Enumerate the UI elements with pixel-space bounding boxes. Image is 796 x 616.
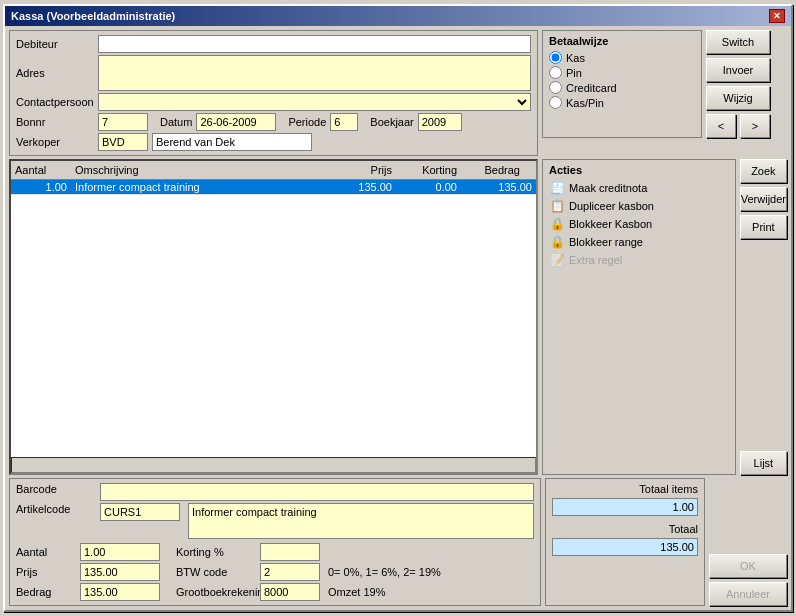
acties-creditnota[interactable]: 🧾 Maak creditnota [549, 180, 729, 196]
totaal-items-input[interactable] [552, 498, 698, 516]
debiteur-label: Debiteur [16, 38, 94, 50]
close-button[interactable]: ✕ [769, 9, 785, 23]
th-prijs: Prijs [326, 163, 396, 177]
bonnr-input[interactable] [98, 113, 148, 131]
radio-pin[interactable] [549, 66, 562, 79]
grootboek-label: Grootboekrekening [176, 586, 256, 598]
korting-field-row: Korting % [176, 543, 441, 561]
korting-field[interactable] [260, 543, 320, 561]
left-fields: Aantal Prijs Bedrag [16, 543, 160, 601]
radio-kas[interactable] [549, 51, 562, 64]
artikelcode-label: Artikelcode [16, 503, 96, 515]
aantal-field[interactable] [80, 543, 160, 561]
middle-right-buttons: Zoek Verwijder Print Lijst [740, 159, 787, 475]
debiteur-row: Debiteur [16, 35, 531, 53]
label-kaspin: Kas/Pin [566, 97, 604, 109]
middle-section: Aantal Omschrijving Prijs Korting Bedrag… [9, 159, 787, 475]
adres-row: Adres [16, 55, 531, 91]
bottom-section: Barcode Artikelcode Informer compact tra… [9, 478, 787, 606]
datum-input[interactable] [196, 113, 276, 131]
annuleer-button: Annuleer [709, 582, 787, 606]
totaal-panel: Totaal items Totaal [545, 478, 705, 606]
lijst-button[interactable]: Lijst [740, 451, 787, 475]
barcode-panel: Barcode Artikelcode Informer compact tra… [9, 478, 541, 606]
acties-blokkeer-range-label: Blokkeer range [569, 236, 643, 248]
periode-input[interactable] [330, 113, 358, 131]
btw-field[interactable] [260, 563, 320, 581]
adres-input[interactable] [98, 55, 531, 91]
payment-kas[interactable]: Kas [549, 51, 695, 64]
bonnr-label: Bonnr [16, 116, 94, 128]
verwijder-button[interactable]: Verwijder [740, 187, 787, 211]
horizontal-scrollbar[interactable] [11, 457, 536, 473]
totaal-label: Totaal [552, 523, 698, 535]
verkoper-name-input[interactable] [152, 133, 312, 151]
totaal-items-label: Totaal items [552, 483, 698, 495]
boekjaar-label: Boekjaar [370, 116, 413, 128]
payment-creditcard[interactable]: Creditcard [549, 81, 695, 94]
btw-desc: 0= 0%, 1= 6%, 2= 19% [328, 566, 441, 578]
artikel-desc-input[interactable]: Informer compact training [188, 503, 534, 539]
contactpersoon-select[interactable] [98, 93, 531, 111]
ok-cancel-panel: OK Annuleer [709, 478, 787, 606]
grootboek-field[interactable] [260, 583, 320, 601]
table-header: Aantal Omschrijving Prijs Korting Bedrag [11, 161, 536, 180]
acties-blokkeer-kasbon[interactable]: 🔒 Blokkeer Kasbon [549, 216, 729, 232]
extra-regel-icon: 📝 [549, 252, 565, 268]
zoek-button[interactable]: Zoek [740, 159, 787, 183]
blokkeer-kasbon-icon: 🔒 [549, 216, 565, 232]
switch-button[interactable]: Switch [706, 30, 770, 54]
nav-next-button[interactable]: > [740, 114, 770, 138]
btw-field-row: BTW code 0= 0%, 1= 6%, 2= 19% [176, 563, 441, 581]
artikelcode-input[interactable] [100, 503, 180, 521]
verkoper-code-input[interactable] [98, 133, 148, 151]
acties-extra-regel-label: Extra regel [569, 254, 622, 266]
bedrag-field[interactable] [80, 583, 160, 601]
title-bar: Kassa (Voorbeeldadministratie) ✕ [5, 6, 791, 26]
acties-extra-regel: 📝 Extra regel [549, 252, 729, 268]
td-omschrijving: Informer compact training [71, 180, 326, 194]
right-top: Betaalwijze Kas Pin Creditcard [542, 30, 787, 138]
bedrag-field-row: Bedrag [16, 583, 160, 601]
barcode-label: Barcode [16, 483, 96, 495]
prijs-field[interactable] [80, 563, 160, 581]
table-row[interactable]: 1.00 Informer compact training 135.00 0.… [11, 180, 536, 195]
nav-row: < > [706, 114, 770, 138]
creditnota-icon: 🧾 [549, 180, 565, 196]
prijs-label: Prijs [16, 566, 76, 578]
dupliceer-icon: 📋 [549, 198, 565, 214]
artikel-row: Artikelcode Informer compact training [16, 503, 534, 539]
verkoper-label: Verkoper [16, 136, 94, 148]
right-middle-col: Acties 🧾 Maak creditnota 📋 Dupliceer kas… [542, 159, 787, 475]
acties-blokkeer-range[interactable]: 🔒 Blokkeer range [549, 234, 729, 250]
boekjaar-input[interactable] [418, 113, 462, 131]
radio-creditcard[interactable] [549, 81, 562, 94]
actions-and-buttons: Acties 🧾 Maak creditnota 📋 Dupliceer kas… [542, 159, 787, 475]
payment-panel: Betaalwijze Kas Pin Creditcard [542, 30, 702, 138]
window-title: Kassa (Voorbeeldadministratie) [11, 10, 175, 22]
acties-panel: Acties 🧾 Maak creditnota 📋 Dupliceer kas… [542, 159, 736, 475]
td-bedrag: 135.00 [461, 180, 536, 194]
table-panel: Aantal Omschrijving Prijs Korting Bedrag… [9, 159, 538, 475]
contactpersoon-row: Contactpersoon [16, 93, 531, 111]
debiteur-input[interactable] [98, 35, 531, 53]
invoer-button[interactable]: Invoer [706, 58, 770, 82]
right-fields: Korting % BTW code 0= 0%, 1= 6%, 2= 19% … [176, 543, 441, 601]
acties-dupliceer[interactable]: 📋 Dupliceer kasbon [549, 198, 729, 214]
adres-label: Adres [16, 67, 94, 79]
acties-creditnota-label: Maak creditnota [569, 182, 647, 194]
barcode-input[interactable] [100, 483, 534, 501]
bonnr-row: Bonnr Datum Periode Boekjaar [16, 113, 531, 131]
th-bedrag: Bedrag [461, 163, 536, 177]
blokkeer-range-icon: 🔒 [549, 234, 565, 250]
acties-dupliceer-label: Dupliceer kasbon [569, 200, 654, 212]
payment-title: Betaalwijze [549, 35, 695, 47]
payment-pin[interactable]: Pin [549, 66, 695, 79]
window-content: Debiteur Adres Contactpersoon Bonnr Datu… [5, 26, 791, 610]
payment-kaspin[interactable]: Kas/Pin [549, 96, 695, 109]
totaal-input[interactable] [552, 538, 698, 556]
wijzig-button[interactable]: Wijzig [706, 86, 770, 110]
radio-kaspin[interactable] [549, 96, 562, 109]
nav-prev-button[interactable]: < [706, 114, 736, 138]
print-button[interactable]: Print [740, 215, 787, 239]
